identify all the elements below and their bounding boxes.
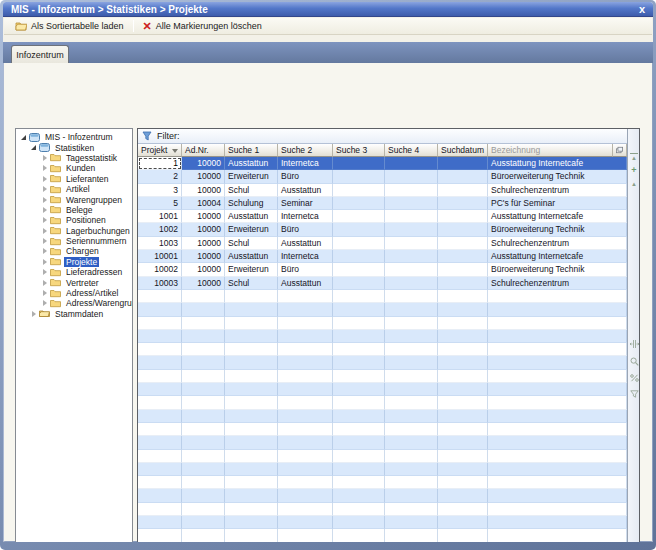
table-row[interactable] xyxy=(138,290,627,303)
tree-item-mis-infozentrum[interactable]: MIS - Infozentrum xyxy=(16,132,132,142)
percent-icon[interactable] xyxy=(628,374,640,382)
expander-collapsed-icon[interactable] xyxy=(40,237,49,246)
table-row[interactable] xyxy=(138,317,627,330)
expander-collapsed-icon[interactable] xyxy=(40,185,49,194)
table-row[interactable] xyxy=(138,383,627,396)
table-row[interactable] xyxy=(138,330,627,343)
tree-item-adress-artikel[interactable]: Adress/Artikel xyxy=(16,288,132,298)
table-row[interactable] xyxy=(138,463,627,476)
cell-adnr xyxy=(182,516,225,529)
expander-collapsed-icon[interactable] xyxy=(40,216,49,225)
cell-suche4 xyxy=(385,529,438,542)
table-row[interactable]: 1001 10000 Ausstattun Internetca Ausstat… xyxy=(138,210,627,223)
grid-body: 1 10000 Ausstattun Internetca Ausstattun… xyxy=(138,157,627,542)
cell-suche3 xyxy=(333,330,385,343)
table-row[interactable] xyxy=(138,396,627,409)
tree-item-tagesstatistik[interactable]: Tagesstatistik xyxy=(16,153,132,163)
table-row[interactable] xyxy=(138,436,627,449)
expander-collapsed-icon[interactable] xyxy=(40,268,49,277)
table-row[interactable]: 1 10000 Ausstattun Internetca Ausstattun… xyxy=(138,157,627,170)
table-row[interactable] xyxy=(138,303,627,316)
expander-collapsed-icon[interactable] xyxy=(40,164,49,173)
search-icon[interactable] xyxy=(628,357,640,366)
expander-collapsed-icon[interactable] xyxy=(40,205,49,214)
table-row[interactable] xyxy=(138,529,627,542)
column-chooser-icon[interactable] xyxy=(613,144,627,157)
filter-small-icon[interactable] xyxy=(628,390,640,398)
tree-item-vertreter[interactable]: Vertreter xyxy=(16,277,132,287)
column-header-suche3[interactable]: Suche 3 xyxy=(333,144,385,157)
table-row[interactable] xyxy=(138,489,627,502)
expander-collapsed-icon[interactable] xyxy=(40,195,49,204)
table-row[interactable]: 1002 10000 Erweiterun Büro Büroerweiteru… xyxy=(138,223,627,236)
cell-suchdatum xyxy=(438,223,488,236)
window-body: MIS - Infozentrum > Statistiken > Projek… xyxy=(3,2,653,542)
tree-item-chargen[interactable]: Chargen xyxy=(16,246,132,256)
table-row[interactable] xyxy=(138,423,627,436)
table-row[interactable] xyxy=(138,370,627,383)
column-header-suche2[interactable]: Suche 2 xyxy=(278,144,333,157)
column-header-projekt[interactable]: Projekt xyxy=(138,144,182,157)
table-row[interactable] xyxy=(138,450,627,463)
fit-columns-icon[interactable] xyxy=(628,340,640,348)
grid-scroll-strip[interactable]: ▲ + ▲ ▼ + xyxy=(627,129,639,542)
cell-suche4 xyxy=(385,423,438,436)
table-row[interactable]: 1003 10000 Schul Ausstattun Schulrechenz… xyxy=(138,237,627,250)
table-row[interactable] xyxy=(138,356,627,369)
expander-collapsed-icon[interactable] xyxy=(40,299,49,308)
tree-item-adress-warengruppen[interactable]: Adress/Warengruppen xyxy=(16,298,132,308)
tree-item-lieferanten[interactable]: Lieferanten xyxy=(16,174,132,184)
tree-item-lagerbuchungen[interactable]: Lagerbuchungen xyxy=(16,226,132,236)
expander-collapsed-icon[interactable] xyxy=(40,278,49,287)
expander-collapsed-icon[interactable] xyxy=(40,247,49,256)
insert-row-icon[interactable]: + xyxy=(628,166,640,174)
expander-collapsed-icon[interactable] xyxy=(40,174,49,183)
table-row[interactable]: 5 10004 Schulung Seminar PC's für Semina… xyxy=(138,197,627,210)
table-row[interactable]: 3 10000 Schul Ausstattun Schulrechenzent… xyxy=(138,184,627,197)
column-header-label: Suche 3 xyxy=(336,145,367,155)
expander-collapsed-icon[interactable] xyxy=(40,153,49,162)
close-icon[interactable]: x xyxy=(639,3,645,16)
table-row[interactable] xyxy=(138,516,627,529)
tree-item-kunden[interactable]: Kunden xyxy=(16,163,132,173)
table-row[interactable] xyxy=(138,503,627,516)
sort-arrow-icon[interactable] xyxy=(172,149,178,153)
goto-first-row-icon[interactable]: ▲ xyxy=(628,153,640,162)
column-header-bezeichnung[interactable]: Bezeichnung xyxy=(488,144,613,157)
cell-suche4 xyxy=(385,184,438,197)
tree-item-warengruppen[interactable]: Warengruppen xyxy=(16,194,132,204)
table-row[interactable] xyxy=(138,343,627,356)
table-row[interactable]: 10001 10000 Ausstattun Internetca Aussta… xyxy=(138,250,627,263)
tree-item-statistiken[interactable]: Statistiken xyxy=(16,142,132,152)
column-header-adnr[interactable]: Ad.Nr. xyxy=(182,144,225,157)
table-row[interactable]: 10003 10000 Schul Ausstattun Schulrechen… xyxy=(138,277,627,290)
expander-collapsed-icon[interactable] xyxy=(40,257,49,266)
table-row[interactable]: 2 10000 Erweiterun Büro Büroerweiterung … xyxy=(138,170,627,183)
tree-item-belege[interactable]: Belege xyxy=(16,205,132,215)
tree-item-stammdaten[interactable]: Stammdaten xyxy=(16,309,132,319)
cell-suche2: Seminar xyxy=(278,197,333,210)
cell-projekt xyxy=(138,503,182,516)
expander-collapsed-icon[interactable] xyxy=(29,309,38,318)
load-sort-table-button[interactable]: Als Sortiertabelle laden xyxy=(10,19,129,34)
tree-item-seriennummern[interactable]: Seriennummern xyxy=(16,236,132,246)
table-row[interactable]: 10002 10000 Erweiterun Büro Büroerweiter… xyxy=(138,263,627,276)
expander-collapsed-icon[interactable] xyxy=(40,289,49,298)
grid-filter-row[interactable]: Filter: xyxy=(138,129,627,144)
table-row[interactable] xyxy=(138,410,627,423)
column-header-suche4[interactable]: Suche 4 xyxy=(385,144,438,157)
scroll-up-icon[interactable]: ▲ xyxy=(628,180,640,188)
tree-item-lieferadressen[interactable]: Lieferadressen xyxy=(16,267,132,277)
column-header-suche1[interactable]: Suche 1 xyxy=(225,144,278,157)
cell-projekt xyxy=(138,383,182,396)
tree-item-artikel[interactable]: Artikel xyxy=(16,184,132,194)
tree-item-projekte[interactable]: Projekte xyxy=(16,257,132,267)
expander-collapsed-icon[interactable] xyxy=(40,226,49,235)
clear-marks-button[interactable]: ✕ Alle Markierungen löschen xyxy=(138,19,267,34)
expander-expanded-icon[interactable] xyxy=(19,133,28,142)
column-header-suchdatum[interactable]: Suchdatum xyxy=(438,144,488,157)
tab-infozentrum[interactable]: Infozentrum xyxy=(11,45,69,63)
tree-item-positionen[interactable]: Positionen xyxy=(16,215,132,225)
expander-expanded-icon[interactable] xyxy=(29,143,38,152)
table-row[interactable] xyxy=(138,476,627,489)
